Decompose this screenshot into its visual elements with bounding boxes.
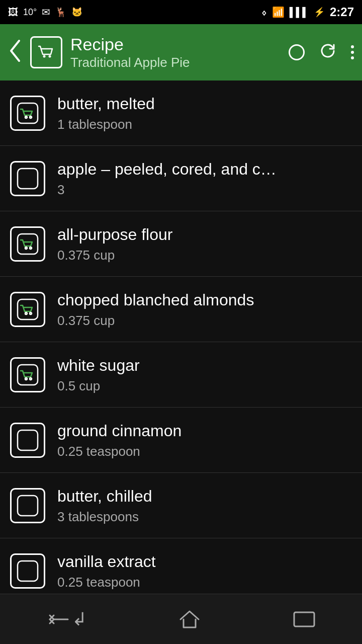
svg-rect-16	[18, 496, 38, 516]
ingredient-amount: 1 tablespoon	[57, 117, 155, 132]
deer-icon: 🦌	[55, 7, 66, 18]
ingredient-amount: 0.5 cup	[57, 378, 140, 394]
ingredient-name: butter, melted	[57, 94, 155, 115]
svg-point-1	[49, 55, 51, 58]
mail-icon: ✉	[42, 6, 50, 18]
svg-point-7	[25, 247, 27, 249]
ingredient-item[interactable]: butter, melted1 tablespoon	[0, 80, 362, 146]
image-icon: 🖼	[8, 7, 18, 18]
ingredient-info: chopped blanched almonds0.375 cup	[57, 290, 254, 329]
ingredient-name: vanilla extract	[57, 551, 156, 573]
ingredient-checkbox[interactable]	[10, 292, 45, 327]
svg-point-11	[30, 312, 32, 314]
ingredient-info: butter, melted1 tablespoon	[57, 94, 155, 132]
back-nav-button[interactable]: ↲	[46, 609, 87, 630]
app-bar: Recipe Traditional Apple Pie	[0, 24, 362, 80]
ingredient-name: all-purpose flour	[57, 224, 172, 246]
ingredient-checkbox[interactable]	[10, 488, 45, 523]
svg-rect-17	[18, 561, 38, 581]
svg-rect-15	[18, 430, 38, 450]
svg-rect-6	[18, 234, 38, 254]
ingredient-amount: 0.375 cup	[57, 248, 172, 263]
bluetooth-icon: ⬨	[261, 7, 267, 18]
svg-point-13	[25, 378, 27, 380]
more-options-button[interactable]	[351, 45, 354, 59]
app-bar-actions	[289, 42, 354, 63]
refresh-button[interactable]	[319, 42, 337, 63]
svg-point-3	[25, 116, 27, 118]
back-button[interactable]	[8, 39, 22, 66]
ingredient-info: apple – peeled, cored, and c…3	[57, 159, 277, 198]
svg-rect-2	[18, 103, 38, 123]
app-bar-title: Recipe	[70, 34, 281, 55]
ingredient-amount: 0.375 cup	[57, 313, 254, 329]
ingredient-amount: 0.25 teaspoon	[57, 444, 182, 459]
svg-point-8	[30, 247, 32, 249]
circle-button[interactable]	[289, 44, 305, 60]
recents-nav-button[interactable]	[292, 610, 316, 628]
ingredient-item[interactable]: white sugar0.5 cup	[0, 342, 362, 408]
home-nav-button[interactable]	[178, 608, 201, 630]
signal-icon: ▌▌▌	[290, 7, 309, 18]
ingredient-name: white sugar	[57, 355, 140, 376]
ingredient-checkbox[interactable]	[10, 357, 45, 392]
ingredient-checkbox[interactable]	[10, 161, 45, 196]
status-right-icons: ⬨ 📶 ▌▌▌ ⚡ 2:27	[261, 5, 354, 19]
app-icon	[30, 36, 62, 68]
wifi-icon: 📶	[272, 6, 285, 18]
svg-rect-12	[18, 365, 38, 385]
status-left-icons: 🖼 10° ✉ 🦌 🐱	[8, 6, 82, 18]
ingredient-name: butter, chilled	[57, 486, 152, 507]
ingredient-amount: 0.25 teaspoon	[57, 575, 156, 590]
app-bar-titles: Recipe Traditional Apple Pie	[70, 34, 281, 70]
svg-point-4	[30, 116, 32, 118]
ingredient-checkbox[interactable]	[10, 96, 45, 131]
ingredient-name: apple – peeled, cored, and c…	[57, 159, 277, 180]
ingredient-item[interactable]: apple – peeled, cored, and c…3	[0, 146, 362, 211]
ingredient-item[interactable]: chopped blanched almonds0.375 cup	[0, 277, 362, 342]
svg-point-0	[43, 55, 46, 58]
ingredient-checkbox[interactable]	[10, 226, 45, 262]
ingredient-checkbox[interactable]	[10, 423, 45, 458]
ingredient-info: ground cinnamon0.25 teaspoon	[57, 421, 182, 459]
ingredient-info: vanilla extract0.25 teaspoon	[57, 551, 156, 590]
ingredient-amount: 3 tablespoons	[57, 509, 152, 525]
battery-icon: ⚡	[314, 7, 325, 18]
svg-rect-9	[18, 299, 38, 319]
time-display: 2:27	[330, 5, 354, 19]
back-nav-icon[interactable]: ↲	[72, 609, 87, 630]
cat-icon: 🐱	[71, 7, 82, 18]
svg-point-14	[30, 378, 32, 380]
ingredient-name: chopped blanched almonds	[57, 290, 254, 311]
ingredient-checkbox[interactable]	[10, 553, 45, 589]
signal-number: 10°	[23, 7, 37, 18]
ingredient-item[interactable]: all-purpose flour0.375 cup	[0, 211, 362, 277]
svg-rect-5	[18, 169, 38, 189]
ingredient-info: white sugar0.5 cup	[57, 355, 140, 394]
svg-point-10	[25, 312, 27, 314]
ingredient-item[interactable]: ground cinnamon0.25 teaspoon	[0, 408, 362, 473]
ingredient-amount: 3	[57, 182, 277, 198]
status-bar: 🖼 10° ✉ 🦌 🐱 ⬨ 📶 ▌▌▌ ⚡ 2:27	[0, 0, 362, 24]
svg-rect-18	[294, 612, 314, 626]
ingredient-info: butter, chilled3 tablespoons	[57, 486, 152, 525]
ingredient-list: butter, melted1 tablespoon apple – peele…	[0, 80, 362, 604]
app-bar-subtitle: Traditional Apple Pie	[70, 55, 281, 70]
ingredient-name: ground cinnamon	[57, 421, 182, 442]
bottom-nav: ↲	[0, 594, 362, 644]
ingredient-info: all-purpose flour0.375 cup	[57, 224, 172, 263]
ingredient-item[interactable]: butter, chilled3 tablespoons	[0, 473, 362, 538]
